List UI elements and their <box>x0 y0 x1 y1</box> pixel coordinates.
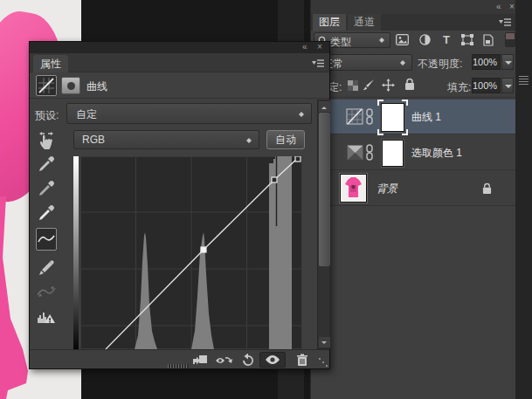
filter-type-label: 类型 <box>330 35 351 50</box>
view-previous-state-icon[interactable] <box>213 352 234 368</box>
mask-selection-corner <box>402 100 408 106</box>
panel-resize-grip-icon[interactable] <box>318 357 328 368</box>
opacity-label: 不透明度: <box>418 57 462 72</box>
mask-selection-corner <box>377 100 383 106</box>
scrollbar-thumb[interactable] <box>319 113 330 266</box>
fill-dropdown-arrow[interactable] <box>501 78 514 93</box>
mask-selection-corner <box>377 129 383 135</box>
adjustment-header: 曲线 <box>30 72 329 99</box>
gray-point-eyedropper-icon[interactable] <box>36 178 57 199</box>
curves-badge-icon <box>36 75 57 96</box>
lock-all-icon[interactable] <box>404 78 415 91</box>
close-panel-icon[interactable]: × <box>509 2 515 11</box>
panel-scrollbar[interactable] <box>317 100 330 349</box>
layer-row-curves-1[interactable]: 曲线 1 <box>311 100 516 134</box>
lock-fill-row: 锁定: 填充: 100% <box>311 73 516 98</box>
panel-menu-icon[interactable] <box>498 17 512 28</box>
filter-smart-object-icon[interactable] <box>480 32 496 47</box>
auto-button[interactable]: 自动 <box>266 130 305 149</box>
output-gradient-bar <box>73 156 79 349</box>
panel-menu-icon[interactable] <box>311 58 325 69</box>
collapse-panel-icon[interactable]: « <box>302 42 307 52</box>
layer-mask-thumbnail[interactable] <box>381 103 404 132</box>
channel-dropdown[interactable]: RGB <box>73 130 259 149</box>
layers-tab-row: 图层 通道 <box>311 14 516 31</box>
background-layer-thumbnail[interactable] <box>340 174 367 203</box>
panel-drag-ridges[interactable] <box>168 364 189 368</box>
reset-adjustment-icon[interactable] <box>238 352 259 368</box>
layer-mask-thumbnail[interactable] <box>382 140 404 167</box>
lock-position-icon[interactable] <box>382 79 395 92</box>
white-point-eyedropper-icon[interactable] <box>36 203 57 224</box>
tab-properties[interactable]: 属性 <box>33 55 68 72</box>
spinner-arrows-icon <box>378 35 386 45</box>
filter-adjustment-layers-icon[interactable] <box>417 32 432 47</box>
preset-value: 自定 <box>76 107 97 122</box>
filter-shape-layers-icon[interactable] <box>459 32 475 47</box>
opacity-value[interactable]: 100% <box>472 54 501 70</box>
blend-opacity-row: 正常 不透明度: 100% <box>311 51 516 73</box>
layer-name: 曲线 1 <box>411 100 441 134</box>
selective-color-adjustment-icon <box>347 145 363 161</box>
scroll-up-icon[interactable] <box>319 101 330 112</box>
mask-link-icon[interactable] <box>365 108 374 125</box>
edit-points-tool[interactable] <box>36 228 57 251</box>
filter-text-layers-icon[interactable]: T <box>439 32 454 47</box>
properties-panel: « × 属性 曲线 预设: 自定 <box>29 41 330 369</box>
spinner-arrows-icon <box>298 109 306 120</box>
lock-image-pixels-icon[interactable] <box>362 79 376 92</box>
preset-dropdown[interactable]: 自定 <box>66 103 312 124</box>
properties-tab-row: 属性 <box>30 53 329 72</box>
dock-header: « × <box>311 0 516 14</box>
properties-title-bar[interactable]: « × <box>30 42 329 53</box>
layer-row-selective-color-1[interactable]: 选取颜色 1 <box>311 135 516 170</box>
properties-footer <box>30 349 329 368</box>
channel-value: RGB <box>82 134 105 146</box>
lock-transparent-pixels-icon[interactable] <box>348 80 359 92</box>
layer-name: 选取颜色 1 <box>411 135 462 170</box>
layer-filter-row: 类型 T <box>311 31 516 51</box>
targeted-adjustment-tool[interactable] <box>34 129 59 152</box>
mask-circle-icon <box>67 82 75 90</box>
layer-name: 背景 <box>377 171 397 206</box>
layer-row-background[interactable]: 背景 <box>311 171 516 206</box>
spinner-arrows-icon <box>399 58 407 68</box>
fill-value[interactable]: 100% <box>472 78 501 93</box>
mask-button[interactable] <box>61 77 80 94</box>
mask-selection-corner <box>402 129 408 135</box>
spinner-arrows-icon <box>245 135 253 146</box>
fill-label: 填充: <box>447 80 471 95</box>
scroll-down-icon[interactable] <box>319 337 330 347</box>
filter-pixel-layers-icon[interactable] <box>394 32 410 47</box>
dock-gutter <box>515 0 532 399</box>
layer-locked-icon <box>482 182 492 195</box>
mask-link-icon[interactable] <box>365 144 374 161</box>
layers-panel: « × 图层 通道 类型 T <box>310 0 515 399</box>
tab-layers[interactable]: 图层 <box>313 14 346 31</box>
pink-shirt-edge <box>0 196 30 399</box>
toggle-visibility-icon[interactable] <box>259 352 286 368</box>
histogram-warning-icon[interactable] <box>36 306 57 327</box>
preset-label: 预设: <box>35 108 59 123</box>
curves-graph[interactable] <box>80 156 302 349</box>
black-point-eyedropper-icon[interactable] <box>36 154 57 175</box>
pencil-tool-icon[interactable] <box>36 257 57 278</box>
delete-adjustment-icon[interactable] <box>292 352 313 368</box>
clip-to-layer-icon[interactable] <box>190 352 211 368</box>
tab-channels[interactable]: 通道 <box>348 14 381 31</box>
curves-adjustment-icon <box>346 108 363 125</box>
collapse-panels-icon[interactable]: « <box>496 2 501 11</box>
close-panel-icon[interactable]: × <box>317 42 322 52</box>
filter-toggle-button[interactable] <box>505 32 515 47</box>
smooth-curve-icon <box>36 281 57 302</box>
photoshop-workspace: « × 图层 通道 类型 T <box>0 0 532 399</box>
opacity-dropdown-arrow[interactable] <box>501 54 514 70</box>
dock-resize-grip-icon[interactable] <box>519 75 529 85</box>
adjustment-title: 曲线 <box>86 79 107 94</box>
